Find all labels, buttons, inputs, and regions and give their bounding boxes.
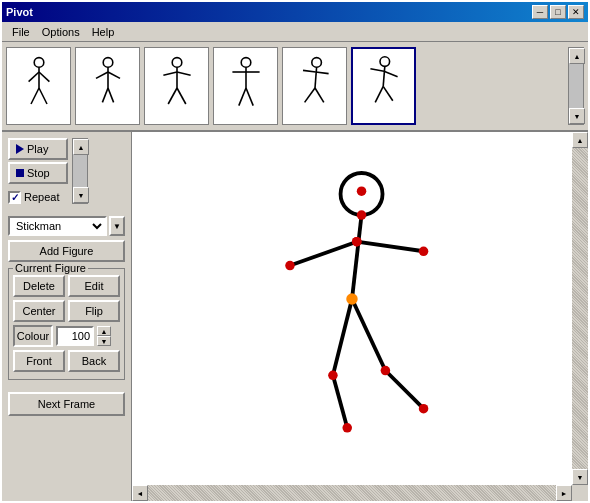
svg-line-29	[315, 88, 324, 102]
front-back-row: Front Back	[13, 350, 120, 372]
repeat-checkbox[interactable]: ✓	[8, 191, 21, 204]
frames-bar: ▲ ▼	[2, 42, 588, 132]
frames-scroll-up[interactable]: ▲	[569, 48, 585, 64]
svg-line-15	[177, 72, 191, 75]
main-window: Pivot ─ □ ✕ File Options Help	[0, 0, 590, 503]
frame-thumb-2[interactable]	[75, 47, 140, 125]
svg-line-39	[357, 242, 424, 252]
svg-line-23	[246, 88, 253, 106]
canvas-right-scrollbar: ▲ ▼	[572, 132, 588, 485]
svg-line-22	[238, 88, 245, 106]
play-button[interactable]: Play	[8, 138, 68, 160]
svg-line-27	[315, 72, 328, 74]
canvas-scroll-track-v[interactable]	[572, 148, 588, 469]
svg-point-18	[241, 58, 251, 68]
canvas-scrollbar-corner	[572, 485, 588, 501]
menu-help[interactable]: Help	[86, 24, 121, 40]
svg-point-51	[328, 371, 338, 381]
svg-line-4	[31, 88, 39, 104]
svg-line-16	[168, 88, 177, 104]
svg-line-25	[315, 67, 317, 88]
canvas-bottom-scrollbar: ◄ ►	[132, 485, 572, 501]
main-area: Play Stop ✓ Repeat	[2, 132, 588, 501]
canvas-inner[interactable]	[132, 132, 572, 485]
frame-thumb-6[interactable]	[351, 47, 416, 125]
play-icon	[16, 144, 24, 154]
menu-options[interactable]: Options	[36, 24, 86, 40]
back-button[interactable]: Back	[68, 350, 120, 372]
next-frame-button[interactable]: Next Frame	[8, 392, 125, 416]
canvas-area[interactable]: ▲ ▼ ◄ ►	[132, 132, 588, 501]
repeat-label: Repeat	[24, 191, 59, 203]
svg-line-14	[163, 72, 177, 75]
canvas-scroll-left[interactable]: ◄	[132, 485, 148, 501]
playback-scroll-up[interactable]: ▲	[73, 139, 89, 155]
figure-dropdown-arrow[interactable]: ▼	[109, 216, 125, 236]
frame-thumb-1[interactable]	[6, 47, 71, 125]
svg-line-5	[39, 88, 47, 104]
colour-spinner-up[interactable]: ▲	[97, 326, 111, 336]
close-button[interactable]: ✕	[568, 5, 584, 19]
stop-button[interactable]: Stop	[8, 162, 68, 184]
playback-scrollbar: ▲ ▼	[72, 138, 88, 204]
svg-point-44	[357, 186, 367, 196]
frame-thumb-3[interactable]	[144, 47, 209, 125]
frames-scroll-down[interactable]: ▼	[569, 108, 585, 124]
playback-group: Play Stop ✓ Repeat	[8, 138, 125, 208]
svg-line-32	[370, 69, 384, 71]
svg-line-28	[304, 88, 314, 102]
left-panel: Play Stop ✓ Repeat	[2, 132, 132, 501]
frame-thumb-4[interactable]	[213, 47, 278, 125]
center-button[interactable]: Center	[13, 300, 65, 322]
svg-line-31	[383, 66, 385, 86]
svg-line-41	[333, 375, 347, 427]
svg-line-37	[352, 215, 362, 299]
center-flip-row: Center Flip	[13, 300, 120, 322]
colour-box[interactable]: Colour	[13, 325, 53, 347]
canvas-scroll-track-h[interactable]	[148, 485, 556, 501]
svg-line-3	[39, 72, 49, 82]
menu-file[interactable]: File	[6, 24, 36, 40]
frames-scroll-track[interactable]	[569, 64, 583, 108]
colour-label: Colour	[17, 330, 49, 342]
svg-point-30	[380, 57, 390, 67]
frame-svg-6	[364, 56, 404, 116]
frame-svg-2	[88, 56, 128, 116]
current-figure-group: Current Figure Delete Edit Center Flip C…	[8, 268, 125, 380]
stop-icon	[16, 169, 24, 177]
menu-bar: File Options Help	[2, 22, 588, 42]
svg-point-53	[381, 366, 391, 376]
colour-value-input[interactable]	[56, 326, 94, 346]
flip-button[interactable]: Flip	[68, 300, 120, 322]
playback-scroll-down[interactable]: ▼	[73, 187, 89, 203]
svg-point-12	[172, 58, 182, 68]
colour-row: Colour ▲ ▼	[13, 325, 120, 347]
front-button[interactable]: Front	[13, 350, 65, 372]
current-figure-label: Current Figure	[13, 262, 88, 274]
edit-button[interactable]: Edit	[68, 275, 120, 297]
svg-point-0	[34, 58, 44, 68]
frame-thumb-5[interactable]	[282, 47, 347, 125]
figure-dropdown-row: Stickman ▼	[8, 216, 125, 236]
delete-button[interactable]: Delete	[13, 275, 65, 297]
svg-line-33	[384, 71, 398, 77]
canvas-scroll-down[interactable]: ▼	[572, 469, 588, 485]
stop-label: Stop	[27, 167, 50, 179]
playback-scroll-track[interactable]	[73, 155, 87, 187]
colour-spinner-down[interactable]: ▼	[97, 336, 111, 346]
figure-dropdown[interactable]: Stickman	[8, 216, 107, 236]
playback-controls: Play Stop ✓ Repeat	[8, 138, 68, 208]
svg-point-24	[311, 58, 321, 68]
add-figure-button[interactable]: Add Figure	[8, 240, 125, 262]
frames-scroll-area	[6, 47, 568, 125]
canvas-scroll-right[interactable]: ►	[556, 485, 572, 501]
colour-spinner-btns: ▲ ▼	[97, 326, 111, 346]
maximize-button[interactable]: □	[550, 5, 566, 19]
minimize-button[interactable]: ─	[532, 5, 548, 19]
svg-line-8	[96, 72, 108, 78]
svg-line-10	[102, 88, 108, 102]
play-label: Play	[27, 143, 48, 155]
svg-line-40	[333, 299, 352, 375]
svg-line-9	[108, 72, 120, 78]
canvas-scroll-up[interactable]: ▲	[572, 132, 588, 148]
